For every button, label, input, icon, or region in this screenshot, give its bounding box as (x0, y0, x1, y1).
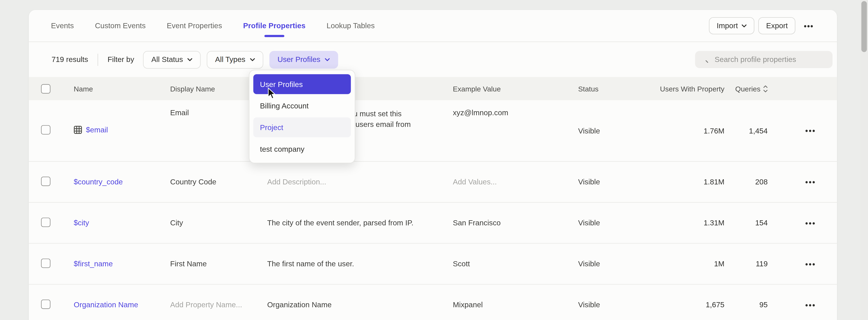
status-filter-dropdown[interactable]: All Status (143, 51, 200, 68)
tab-custom-events[interactable]: Custom Events (95, 22, 146, 30)
tab-lookup-tables[interactable]: Lookup Tables (327, 22, 375, 30)
filter-bar: 719 results Filter by All Status All Typ… (29, 42, 837, 77)
tabs: Events Custom Events Event Properties Pr… (51, 22, 375, 30)
example-value-cell[interactable]: Mixpanel (453, 301, 578, 309)
row-more-actions-button[interactable]: ••• (768, 218, 825, 227)
users-with-property-cell: 1.31M (648, 219, 724, 227)
row-more-actions-button[interactable]: ••• (768, 300, 825, 309)
tabs-row: Events Custom Events Event Properties Pr… (29, 10, 837, 42)
property-name-link[interactable]: $city (74, 219, 89, 227)
search-box (695, 51, 833, 68)
description-fragment: d users email from (349, 119, 453, 130)
row-more-actions-button[interactable]: ••• (768, 126, 825, 135)
description-cell[interactable]: Organization Name (267, 301, 453, 309)
entity-dropdown-menu: User Profiles Billing Account Project te… (249, 70, 355, 164)
sort-icon (763, 85, 768, 92)
chevron-down-icon (742, 24, 747, 28)
column-header-queries[interactable]: Queries (724, 84, 768, 93)
chevron-down-icon (325, 58, 330, 61)
status-cell[interactable]: Visible (578, 219, 647, 227)
table-header: Name Display Name Example Value Status U… (29, 77, 837, 100)
tab-events[interactable]: Events (51, 22, 74, 30)
chevron-down-icon (187, 58, 192, 61)
row-checkbox[interactable] (41, 125, 50, 135)
example-value-cell[interactable]: xyz@lmnop.com (453, 100, 578, 117)
entity-filter-label: User Profiles (277, 56, 320, 64)
status-filter-label: All Status (151, 56, 183, 64)
display-name-cell[interactable]: Country Code (170, 178, 267, 186)
example-value-cell[interactable]: Add Values... (453, 178, 578, 186)
property-name-link[interactable]: $country_code (74, 178, 123, 186)
tab-profile-properties[interactable]: Profile Properties (243, 22, 306, 30)
table-row: $cityCityThe city of the event sender, p… (29, 203, 837, 244)
table-row: $first_nameFirst NameThe first name of t… (29, 244, 837, 285)
queries-header-label: Queries (735, 84, 761, 93)
status-cell[interactable]: Visible (578, 178, 647, 186)
property-name-link[interactable]: Organization Name (74, 301, 138, 309)
users-with-property-cell: 1M (648, 260, 724, 268)
filter-by-label: Filter by (107, 56, 134, 64)
search-input[interactable] (714, 55, 827, 64)
chevron-down-icon (250, 58, 255, 61)
status-cell[interactable]: Visible (578, 260, 647, 268)
lookup-table-grid-icon (74, 126, 82, 134)
row-more-actions-button[interactable]: ••• (768, 259, 825, 268)
row-more-actions-button[interactable]: ••• (768, 177, 825, 186)
users-with-property-cell: 1.81M (648, 178, 724, 186)
property-name-link[interactable]: $first_name (74, 260, 113, 268)
profile-properties-page: Events Custom Events Event Properties Pr… (0, 0, 868, 320)
property-name-link[interactable]: $email (74, 126, 108, 134)
table-body: $emailEmailou must set thisd users email… (29, 100, 837, 320)
queries-cell: 208 (724, 178, 768, 186)
users-with-property-cell: 1.76M (648, 127, 724, 135)
example-value-cell[interactable]: San Francisco (453, 219, 578, 227)
column-header-example-value[interactable]: Example Value (453, 84, 578, 93)
display-name-cell[interactable]: First Name (170, 260, 267, 268)
tab-event-properties[interactable]: Event Properties (167, 22, 222, 30)
mouse-cursor-icon (268, 87, 276, 100)
column-header-name[interactable]: Name (74, 84, 170, 93)
description-cell[interactable]: Add Description... (267, 178, 453, 186)
row-checkbox[interactable] (41, 299, 50, 309)
row-checkbox[interactable] (41, 217, 50, 227)
column-header-users-with-property[interactable]: Users With Property (648, 84, 724, 93)
queries-cell: 119 (724, 260, 768, 268)
users-with-property-cell: 1,675 (648, 301, 724, 309)
dropdown-item-test-company[interactable]: test company (253, 139, 351, 159)
import-button[interactable]: Import (709, 17, 754, 34)
table-row: $emailEmailou must set thisd users email… (29, 100, 837, 162)
description-cell[interactable]: The first name of the user. (267, 260, 453, 268)
divider (97, 54, 98, 66)
results-count: 719 results (52, 56, 88, 64)
top-actions: Import Export ••• (709, 17, 818, 34)
select-all-checkbox[interactable] (41, 84, 50, 93)
row-checkbox[interactable] (41, 258, 50, 268)
row-checkbox[interactable] (41, 176, 50, 186)
type-filter-label: All Types (215, 56, 245, 64)
more-actions-button[interactable]: ••• (799, 17, 818, 34)
display-name-cell[interactable]: City (170, 219, 267, 227)
description-fragment: ou must set this (349, 108, 453, 119)
search-icon (701, 56, 709, 64)
type-filter-dropdown[interactable]: All Types (207, 51, 263, 68)
queries-cell: 1,454 (724, 127, 768, 135)
description-cell[interactable]: The city of the event sender, parsed fro… (267, 219, 453, 227)
dropdown-item-project[interactable]: Project (253, 117, 351, 137)
table-row: Organization NameAdd Property Name...Org… (29, 285, 837, 320)
entity-filter-dropdown[interactable]: User Profiles (269, 51, 338, 68)
queries-cell: 154 (724, 219, 768, 227)
display-name-cell[interactable]: Add Property Name... (170, 301, 267, 309)
queries-cell: 95 (724, 301, 768, 309)
import-button-label: Import (717, 22, 738, 30)
export-button[interactable]: Export (758, 17, 796, 34)
status-cell[interactable]: Visible (578, 301, 647, 309)
status-cell[interactable]: Visible (578, 127, 647, 135)
scrollbar-track[interactable] (860, 0, 868, 320)
example-value-cell[interactable]: Scott (453, 260, 578, 268)
table-row: $country_codeCountry CodeAdd Description… (29, 162, 837, 203)
column-header-status[interactable]: Status (578, 84, 647, 93)
content-card: Events Custom Events Event Properties Pr… (29, 10, 837, 320)
scrollbar-thumb[interactable] (861, 1, 867, 52)
